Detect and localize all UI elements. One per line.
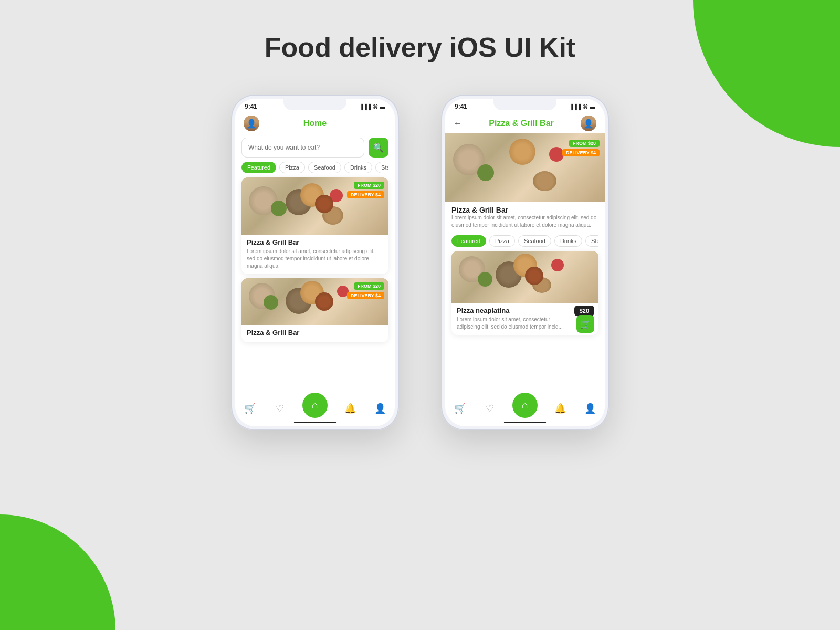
tab-drinks-2[interactable]: Drinks (554, 235, 582, 247)
bottom-nav-1: 🛒 ♡ ⌂ 🔔 👤 (235, 390, 395, 426)
category-tabs-wrapper-2: Featured Pizza Seafood Drinks Steak (445, 235, 605, 247)
food-image-2: FROM $20 DELIVERY $4 (242, 278, 388, 326)
food-desc-detail: Lorem ipsum dolor sit amet, consectetur … (457, 316, 572, 331)
food-name-2: Pizza & Grill Bar (247, 329, 383, 337)
price-tag-1: FROM $20 (354, 182, 384, 189)
wifi-icon-2: ⌘ (583, 104, 588, 110)
tab-steak-1[interactable]: Steak (375, 162, 388, 173)
bottom-nav-2: 🛒 ♡ ⌂ 🔔 👤 (445, 390, 605, 426)
phone-notch-2 (494, 99, 556, 110)
delivery-tag-2: DELIVERY $4 (347, 292, 384, 299)
restaurant-name: Pizza & Grill Bar (452, 206, 598, 214)
food-image-bg-detail (452, 251, 598, 303)
phone-1: 9:41 ▐▐▐ ⌘ ▬ Home 🔍 (231, 94, 399, 430)
phones-container: 9:41 ▐▐▐ ⌘ ▬ Home 🔍 (0, 94, 840, 430)
search-input-1[interactable] (242, 138, 364, 158)
restaurant-description: Lorem ipsum dolor sit amet, consectetur … (452, 214, 598, 229)
user-nav-icon-1[interactable]: 👤 (373, 401, 387, 416)
delivery-tag-1: DELIVERY $4 (347, 191, 384, 198)
nav-bar-1: Home (235, 112, 395, 133)
tab-drinks-1[interactable]: Drinks (344, 162, 372, 173)
nav-title-2: Pizza & Grill Bar (489, 119, 554, 128)
food-image-detail (452, 251, 598, 303)
tab-pizza-2[interactable]: Pizza (489, 235, 515, 247)
food-desc-1: Lorem ipsum dolor sit amet, consectetur … (247, 248, 383, 270)
food-name-1: Pizza & Grill Bar (247, 238, 383, 246)
add-to-cart-btn[interactable]: 🛒 (576, 315, 594, 333)
food-card-wrapper-2: Pizza neaplatina Lorem ipsum dolor sit a… (445, 251, 605, 335)
status-icons-1: ▐▐▐ ⌘ ▬ (360, 104, 385, 110)
avatar-2 (581, 116, 596, 131)
status-icons-2: ▐▐▐ ⌘ ▬ (570, 104, 595, 110)
restaurant-delivery-tag: DELIVERY $4 (562, 149, 600, 156)
battery-icon-1: ▬ (380, 104, 385, 110)
back-button-2[interactable]: ← (454, 119, 462, 128)
wifi-icon-1: ⌘ (373, 104, 378, 110)
bell-nav-icon-2[interactable]: 🔔 (553, 401, 568, 416)
heart-nav-icon-2[interactable]: ♡ (482, 401, 497, 416)
home-nav-icon-2[interactable]: ⌂ (512, 393, 538, 418)
tab-featured-1[interactable]: Featured (242, 162, 276, 173)
category-tabs-1: Featured Pizza Seafood Drinks Steak (242, 162, 388, 173)
signal-icon-2: ▐▐▐ (570, 104, 581, 110)
home-nav-icon-1[interactable]: ⌂ (302, 393, 328, 418)
phone-2-inner: 9:41 ▐▐▐ ⌘ ▬ ← Pizza & Grill Bar (445, 99, 605, 426)
screen-content-1: 🔍 Featured Pizza Seafood Drinks Steak (235, 133, 395, 403)
phone-1-inner: 9:41 ▐▐▐ ⌘ ▬ Home 🔍 (235, 99, 395, 426)
home-indicator-2 (504, 422, 546, 423)
phone-2: 9:41 ▐▐▐ ⌘ ▬ ← Pizza & Grill Bar (441, 94, 609, 430)
tab-pizza-1[interactable]: Pizza (279, 162, 305, 173)
item-price-btn[interactable]: $20 (574, 306, 594, 316)
restaurant-header-img: FROM $20 DELIVERY $4 (445, 133, 605, 202)
food-card-1[interactable]: FROM $20 DELIVERY $4 Pizza & Grill Bar L… (242, 177, 388, 274)
food-image-1: FROM $20 DELIVERY $4 (242, 177, 388, 235)
food-name-detail: Pizza neaplatina (457, 307, 572, 314)
nav-title-1: Home (303, 119, 327, 128)
nav-bar-2: ← Pizza & Grill Bar (445, 112, 605, 133)
search-bar-1: 🔍 (242, 138, 388, 158)
status-time-1: 9:41 (245, 103, 257, 110)
bell-nav-icon-1[interactable]: 🔔 (343, 401, 358, 416)
food-card-body-1: Pizza & Grill Bar Lorem ipsum dolor sit … (242, 235, 388, 274)
restaurant-header-bg: FROM $20 DELIVERY $4 (445, 133, 605, 202)
home-indicator-1 (294, 422, 336, 423)
tab-featured-2[interactable]: Featured (452, 235, 486, 247)
user-nav-icon-2[interactable]: 👤 (583, 401, 597, 416)
cart-nav-icon-2[interactable]: 🛒 (453, 401, 467, 416)
category-tabs-2: Featured Pizza Seafood Drinks Steak (452, 235, 598, 247)
page-title: Food delivery iOS UI Kit (0, 0, 840, 63)
battery-icon-2: ▬ (590, 104, 595, 110)
food-card-body-2: Pizza & Grill Bar (242, 326, 388, 342)
status-time-2: 9:41 (455, 103, 467, 110)
cart-nav-icon-1[interactable]: 🛒 (243, 401, 257, 416)
phone-notch-1 (284, 99, 346, 110)
green-decoration-bottom-left (0, 514, 116, 630)
food-card-detail[interactable]: Pizza neaplatina Lorem ipsum dolor sit a… (452, 251, 598, 335)
signal-icon-1: ▐▐▐ (360, 104, 371, 110)
food-card-2[interactable]: FROM $20 DELIVERY $4 Pizza & Grill Bar (242, 278, 388, 342)
restaurant-info: Pizza & Grill Bar Lorem ipsum dolor sit … (445, 206, 605, 232)
avatar-1 (244, 116, 259, 131)
tab-seafood-2[interactable]: Seafood (518, 235, 551, 247)
restaurant-price-tag: FROM $20 (569, 140, 600, 147)
price-tag-2: FROM $20 (354, 282, 384, 290)
tab-seafood-1[interactable]: Seafood (308, 162, 341, 173)
search-button-1[interactable]: 🔍 (369, 138, 388, 158)
tab-steak-2[interactable]: Steak (585, 235, 598, 247)
avatar-face-1 (244, 116, 259, 131)
heart-nav-icon-1[interactable]: ♡ (272, 401, 287, 416)
avatar-face-2 (581, 116, 596, 131)
